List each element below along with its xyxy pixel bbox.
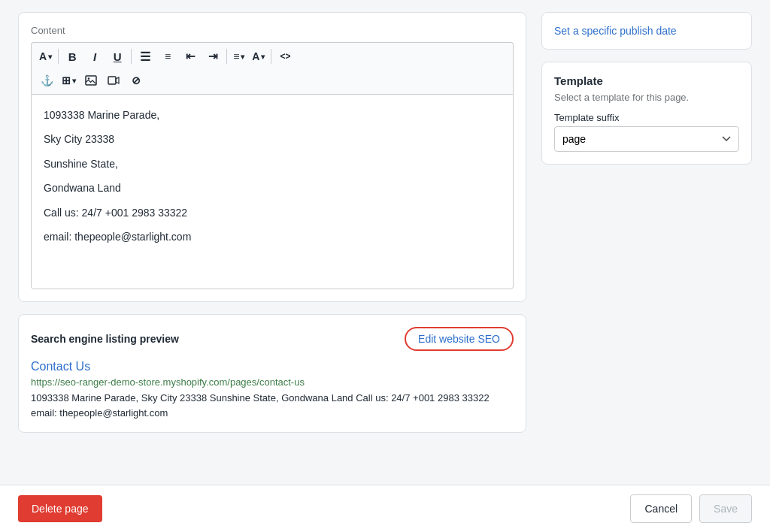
toolbar-font-btn[interactable]: A ▾ — [36, 46, 55, 67]
toolbar-color-btn[interactable]: A ▾ — [249, 46, 268, 67]
seo-listing-url: https://seo-ranger-demo-store.myshopify.… — [31, 376, 514, 388]
table-icon: ⊞ — [62, 74, 71, 86]
toolbar-divider-1 — [58, 49, 59, 64]
toolbar-divider-3 — [226, 49, 227, 64]
template-suffix-select[interactable]: page contact about faq — [554, 126, 739, 152]
right-column: Set a specific publish date Template Sel… — [541, 12, 752, 433]
svg-rect-2 — [108, 77, 116, 84]
toolbar-divider-2 — [131, 49, 132, 64]
seo-listing-desc: 1093338 Marine Parade, Sky City 23338 Su… — [31, 391, 514, 420]
template-card: Template Select a template for this page… — [541, 62, 752, 165]
template-suffix-label: Template suffix — [554, 112, 739, 123]
align-arrow: ▾ — [241, 53, 244, 61]
editor-line-3: Sunshine State, — [44, 156, 501, 172]
toolbar-row-1: A ▾ B I U ☰ ≡ ⇤ ⇥ ≡ — [36, 46, 508, 67]
toolbar-video-btn[interactable] — [103, 70, 124, 91]
seo-section-title: Search engine listing preview — [31, 333, 179, 345]
toolbar-block-btn[interactable]: ⊘ — [126, 70, 147, 91]
toolbar-indent-increase-btn[interactable]: ⇥ — [202, 46, 223, 67]
seo-listing-title: Contact Us — [31, 360, 514, 373]
editor-toolbar: A ▾ B I U ☰ ≡ ⇤ ⇥ ≡ — [31, 42, 514, 94]
image-icon — [85, 75, 97, 86]
seo-card: Search engine listing preview Edit websi… — [18, 314, 526, 433]
content-label: Content — [31, 25, 514, 36]
left-column: Content A ▾ B I U ☰ ≡ — [18, 12, 526, 433]
editor-line-6: email: thepeople@starlight.com — [44, 228, 501, 245]
seo-header: Search engine listing preview Edit websi… — [31, 327, 514, 351]
edit-seo-button[interactable]: Edit website SEO — [405, 327, 514, 351]
font-label: A — [39, 50, 47, 62]
toolbar-align-btn[interactable]: ≡ ▾ — [230, 46, 247, 67]
toolbar-table-btn[interactable]: ⊞ ▾ — [59, 70, 79, 91]
toolbar-italic-btn[interactable]: I — [84, 46, 105, 67]
page-wrapper: Content A ▾ B I U ☰ ≡ — [0, 0, 770, 532]
editor-line-1: 1093338 Marine Parade, — [44, 107, 501, 123]
color-a-label: A — [252, 50, 259, 62]
svg-point-1 — [88, 77, 89, 79]
editor-line-5: Call us: 24/7 +001 2983 33322 — [44, 204, 501, 221]
toolbar-divider-4 — [271, 49, 271, 64]
toolbar-bold-btn[interactable]: B — [62, 46, 83, 67]
toolbar-indent-decrease-btn[interactable]: ⇤ — [180, 46, 201, 67]
toolbar-row-2: ⚓ ⊞ ▾ — [36, 70, 508, 91]
template-description: Select a template for this page. — [554, 92, 739, 103]
footer-bar: Delete page Cancel Save — [0, 485, 770, 532]
main-content: Content A ▾ B I U ☰ ≡ — [0, 0, 770, 445]
toolbar-ordered-list-btn[interactable]: ≡ — [157, 46, 178, 67]
template-title: Template — [554, 74, 739, 87]
editor-body[interactable]: 1093338 Marine Parade, Sky City 23338 Su… — [31, 94, 514, 289]
content-card: Content A ▾ B I U ☰ ≡ — [18, 12, 526, 302]
footer-actions: Cancel Save — [630, 494, 752, 523]
toolbar-image-btn[interactable] — [80, 70, 102, 91]
delete-page-button[interactable]: Delete page — [18, 495, 102, 522]
editor-line-2: Sky City 23338 — [44, 131, 501, 147]
align-icon: ≡ — [233, 50, 239, 62]
editor-line-4: Gondwana Land — [44, 180, 501, 196]
font-dropdown-arrow: ▾ — [48, 53, 52, 61]
cancel-button[interactable]: Cancel — [630, 494, 692, 523]
publish-date-link[interactable]: Set a specific publish date — [554, 25, 677, 37]
toolbar-source-btn[interactable]: <> — [274, 46, 296, 67]
color-dropdown-arrow: ▾ — [261, 53, 265, 61]
toolbar-link-btn[interactable]: ⚓ — [36, 70, 57, 91]
table-arrow: ▾ — [72, 77, 76, 85]
save-button[interactable]: Save — [699, 494, 752, 523]
toolbar-underline-btn[interactable]: U — [107, 46, 128, 67]
publish-date-card: Set a specific publish date — [541, 12, 752, 50]
toolbar-unordered-list-btn[interactable]: ☰ — [135, 46, 156, 67]
video-icon — [108, 75, 120, 86]
